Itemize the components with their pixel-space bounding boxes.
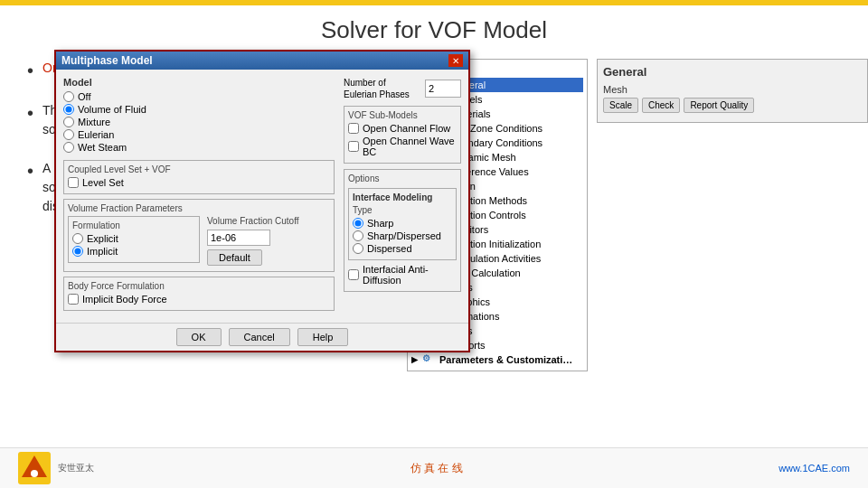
model-label: Model: [63, 77, 335, 88]
radio-sharp: Sharp: [353, 218, 452, 229]
bullet-dot-3: •: [27, 161, 33, 182]
bullet-dot-2: •: [27, 103, 33, 124]
dialog-titlebar: Multiphase Model ✕: [56, 52, 468, 70]
general-panel-title: General: [603, 65, 862, 79]
interfacial-anti-diffusion-checkbox[interactable]: [348, 269, 359, 280]
num-phases-label: Number of Eulerian Phases: [344, 77, 421, 100]
interfacial-anti-diffusion-label: Interfacial Anti-Diffusion: [363, 264, 457, 286]
options-section: Options Interface Modeling Type Sharp Sh…: [344, 169, 461, 292]
model-section: Model Off Volume of Fluid Mixture Euleri…: [63, 77, 335, 153]
radio-eulerian: Eulerian: [63, 129, 335, 140]
radio-explicit: Explicit: [72, 233, 195, 244]
dialog-right: Number of Eulerian Phases VOF Sub-Models…: [344, 77, 461, 315]
watermark-text: 仿 真 在 线: [410, 461, 463, 476]
radio-wet-steam-input[interactable]: [63, 142, 74, 153]
bullet-dot-1: •: [27, 61, 33, 81]
options-title: Options: [348, 174, 457, 183]
vf-cutoff-input[interactable]: [207, 230, 270, 246]
level-set-checkbox-item: Level Set: [68, 177, 330, 188]
cancel-button[interactable]: Cancel: [229, 328, 290, 346]
company-logo: [18, 452, 51, 484]
radio-dispersed-label: Dispersed: [367, 243, 412, 254]
svg-point-2: [31, 470, 38, 477]
tree-item-parameters[interactable]: ▶ ⚙ Parameters & Customizati…: [411, 352, 583, 367]
radio-dispersed: Dispersed: [353, 243, 452, 254]
radio-vof-input[interactable]: [63, 104, 74, 115]
vof-submodels-section: VOF Sub-Models Open Channel Flow Open Ch…: [344, 106, 461, 164]
interfacial-anti-diffusion-item: Interfacial Anti-Diffusion: [348, 264, 457, 286]
radio-off: Off: [63, 91, 335, 102]
vf-params-title: Volume Fraction Parameters: [68, 203, 330, 213]
vf-cutoff-area: Volume Fraction Cutoff Default: [207, 216, 330, 267]
ok-button[interactable]: OK: [176, 328, 222, 346]
vf-inner: Formulation Explicit Implicit Volume Fra…: [68, 216, 330, 267]
body-force-title: Body Force Formulation: [68, 281, 330, 291]
radio-explicit-label: Explicit: [87, 233, 118, 244]
radio-wet-steam: Wet Steam: [63, 142, 335, 153]
interface-modeling-box: Interface Modeling Type Sharp Sharp/Disp…: [348, 188, 457, 260]
num-phases-input[interactable]: [425, 80, 461, 98]
open-channel-wave-bc-label: Open Channel Wave BC: [363, 136, 457, 157]
scale-button[interactable]: Scale: [603, 98, 638, 113]
interface-modeling-title: Interface Modeling: [353, 192, 452, 202]
parameters-icon: ⚙: [422, 353, 437, 366]
radio-implicit: Implicit: [72, 246, 195, 257]
dialog-footer: OK Cancel Help: [56, 323, 468, 351]
right-panel: ▼ ⚙ Setup ▦ General ▶ ◈ Models ▶ ◉ Mater…: [407, 59, 868, 443]
radio-eulerian-label: Eulerian: [78, 129, 114, 140]
radio-mixture: Mixture: [63, 117, 335, 127]
expand-icon-parameters: ▶: [411, 355, 422, 364]
mesh-buttons-row: Scale Check Report Quality: [603, 98, 862, 113]
radio-sharp-input[interactable]: [353, 218, 363, 229]
radio-explicit-input[interactable]: [72, 233, 83, 244]
radio-dispersed-input[interactable]: [353, 243, 363, 254]
radio-wet-steam-label: Wet Steam: [78, 142, 127, 153]
implicit-body-force-checkbox[interactable]: [68, 294, 79, 305]
radio-sharp-dispersed: Sharp/Dispersed: [353, 230, 452, 241]
radio-mixture-label: Mixture: [78, 117, 110, 127]
num-phases-row: Number of Eulerian Phases: [344, 77, 461, 100]
radio-implicit-label: Implicit: [87, 246, 118, 257]
implicit-body-force-label: Implicit Body Force: [82, 294, 167, 305]
top-bar: [0, 0, 868, 5]
radio-mixture-input[interactable]: [63, 117, 74, 127]
open-channel-wave-bc-checkbox[interactable]: [348, 141, 359, 152]
open-channel-flow-item: Open Channel Flow: [348, 123, 457, 134]
tree-label-parameters: Parameters & Customizati…: [439, 354, 572, 365]
radio-off-label: Off: [78, 91, 90, 102]
check-button[interactable]: Check: [642, 98, 680, 113]
formulation-title: Formulation: [72, 221, 195, 230]
radio-vof-label: Volume of Fluid: [78, 104, 146, 115]
default-button[interactable]: Default: [207, 249, 262, 266]
radio-off-input[interactable]: [63, 91, 74, 102]
radio-sharp-dispersed-input[interactable]: [353, 230, 363, 241]
report-quality-button[interactable]: Report Quality: [684, 98, 754, 113]
vf-cutoff-label: Volume Fraction Cutoff: [207, 216, 330, 226]
open-channel-flow-label: Open Channel Flow: [363, 123, 450, 134]
logo-text: 安世亚太: [58, 462, 94, 474]
multiphase-dialog: Multiphase Model ✕ Model Off Volume of F…: [54, 50, 470, 352]
level-set-label: Level Set: [82, 177, 124, 188]
radio-vof: Volume of Fluid: [63, 104, 335, 115]
coupled-title: Coupled Level Set + VOF: [68, 164, 330, 174]
radio-implicit-input[interactable]: [72, 246, 83, 257]
coupled-section: Coupled Level Set + VOF Level Set: [63, 160, 335, 194]
mesh-label: Mesh: [603, 84, 862, 95]
dialog-close-button[interactable]: ✕: [448, 54, 463, 67]
website-text: www.1CAE.com: [778, 463, 850, 474]
formulation-section: Formulation Explicit Implicit: [68, 216, 200, 263]
general-panel: General Mesh Scale Check Report Quality: [597, 59, 868, 123]
help-button[interactable]: Help: [297, 328, 349, 346]
open-channel-flow-checkbox[interactable]: [348, 123, 359, 134]
body-force-section: Body Force Formulation Implicit Body For…: [63, 277, 335, 311]
vof-submodels-title: VOF Sub-Models: [348, 110, 457, 120]
bottom-bar: 安世亚太 仿 真 在 线 www.1CAE.com: [0, 447, 868, 488]
page-title: Solver for VOF Model: [0, 16, 868, 44]
dialog-title: Multiphase Model: [61, 54, 153, 67]
radio-eulerian-input[interactable]: [63, 129, 74, 140]
implicit-body-force-item: Implicit Body Force: [68, 294, 330, 305]
level-set-checkbox[interactable]: [68, 177, 79, 188]
radio-sharp-dispersed-label: Sharp/Dispersed: [367, 230, 441, 241]
vf-params-section: Volume Fraction Parameters Formulation E…: [63, 199, 335, 272]
radio-sharp-label: Sharp: [367, 218, 393, 229]
